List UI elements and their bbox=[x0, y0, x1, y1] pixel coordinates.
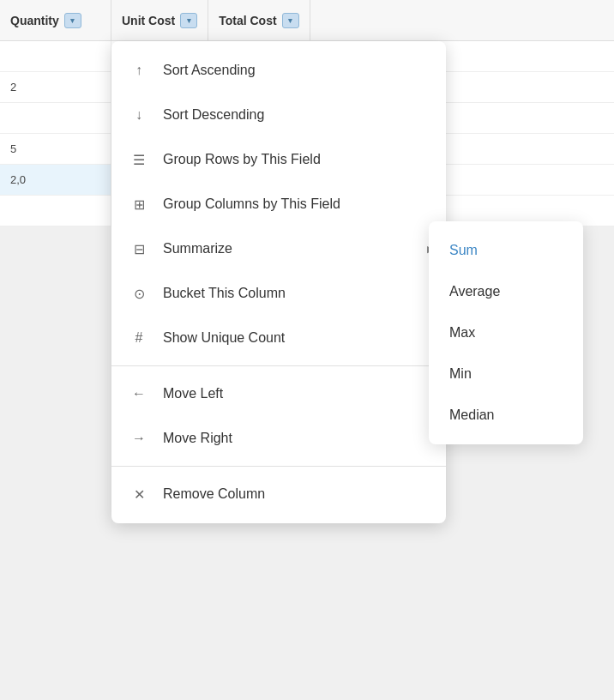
menu-item-summarize[interactable]: ⊟Summarize bbox=[111, 226, 446, 271]
table-header: Quantity ▾ Unit Cost ▾ Total Cost ▾ bbox=[0, 0, 614, 41]
remove-col-label: Remove Column bbox=[163, 486, 265, 502]
menu-item-sort-desc[interactable]: ↓Sort Descending bbox=[111, 93, 446, 137]
bucket-label: Bucket This Column bbox=[163, 286, 286, 301]
submenu-item-min[interactable]: Min bbox=[429, 353, 583, 395]
total-cost-dropdown-btn[interactable]: ▾ bbox=[282, 13, 299, 28]
sort-desc-icon: ↓ bbox=[129, 107, 149, 123]
menu-item-remove-col[interactable]: ✕Remove Column bbox=[111, 472, 446, 516]
remove-col-icon: ✕ bbox=[129, 486, 149, 503]
cell-qty-0 bbox=[0, 41, 111, 71]
submenu-item-median[interactable]: Median bbox=[429, 395, 583, 436]
cell-qty-5 bbox=[0, 196, 111, 226]
menu-item-sort-asc[interactable]: ↑Sort Ascending bbox=[111, 48, 446, 93]
quantity-dropdown-btn[interactable]: ▾ bbox=[64, 13, 81, 28]
move-right-icon: → bbox=[129, 431, 149, 446]
col-header-unit-cost: Unit Cost ▾ bbox=[111, 0, 208, 40]
move-right-label: Move Right bbox=[163, 431, 232, 446]
unique-count-label: Show Unique Count bbox=[163, 330, 285, 346]
col-header-quantity: Quantity ▾ bbox=[0, 0, 111, 40]
group-rows-icon: ☰ bbox=[129, 152, 149, 168]
col-label-total-cost: Total Cost bbox=[219, 14, 276, 27]
move-left-label: Move Left bbox=[163, 386, 223, 401]
group-cols-icon: ⊞ bbox=[129, 196, 149, 213]
menu-item-bucket[interactable]: ⊙Bucket This Column bbox=[111, 271, 446, 316]
submenu-item-sum[interactable]: Sum bbox=[429, 230, 583, 271]
submenu-item-average[interactable]: Average bbox=[429, 271, 583, 312]
unique-count-icon: # bbox=[129, 330, 149, 346]
summarize-submenu: SumAverageMaxMinMedian bbox=[429, 221, 583, 444]
summarize-icon: ⊟ bbox=[129, 241, 149, 257]
cell-qty-2 bbox=[0, 103, 111, 133]
menu-item-move-right[interactable]: →Move Right bbox=[111, 416, 446, 461]
menu-divider bbox=[111, 365, 446, 366]
cell-qty-3: 5 bbox=[0, 134, 111, 164]
sort-desc-label: Sort Descending bbox=[163, 107, 264, 123]
sort-asc-label: Sort Ascending bbox=[163, 63, 256, 78]
summarize-label: Summarize bbox=[163, 241, 232, 256]
group-rows-label: Group Rows by This Field bbox=[163, 152, 321, 167]
menu-item-group-rows[interactable]: ☰Group Rows by This Field bbox=[111, 137, 446, 182]
cell-qty-1: 2 bbox=[0, 72, 111, 102]
menu-item-unique-count[interactable]: #Show Unique Count bbox=[111, 316, 446, 360]
menu-divider bbox=[111, 466, 446, 467]
dropdown-arrow-icon-3: ▾ bbox=[288, 16, 292, 25]
col-label-quantity: Quantity bbox=[10, 14, 59, 27]
sort-asc-icon: ↑ bbox=[129, 63, 149, 78]
group-cols-label: Group Columns by This Field bbox=[163, 196, 340, 212]
menu-item-move-left[interactable]: ←Move Left bbox=[111, 371, 446, 416]
move-left-icon: ← bbox=[129, 386, 149, 401]
menu-item-group-cols[interactable]: ⊞Group Columns by This Field bbox=[111, 182, 446, 226]
submenu-item-max[interactable]: Max bbox=[429, 312, 583, 353]
col-label-unit-cost: Unit Cost bbox=[122, 14, 175, 27]
col-header-total-cost: Total Cost ▾ bbox=[208, 0, 310, 40]
cell-qty-4: 2,0 bbox=[0, 165, 111, 195]
unit-cost-dropdown-btn[interactable]: ▾ bbox=[180, 13, 197, 28]
dropdown-arrow-icon: ▾ bbox=[70, 16, 75, 25]
column-dropdown-menu: ↑Sort Ascending↓Sort Descending☰Group Ro… bbox=[111, 41, 446, 523]
bucket-icon: ⊙ bbox=[129, 286, 149, 302]
dropdown-arrow-icon-2: ▾ bbox=[187, 16, 191, 25]
